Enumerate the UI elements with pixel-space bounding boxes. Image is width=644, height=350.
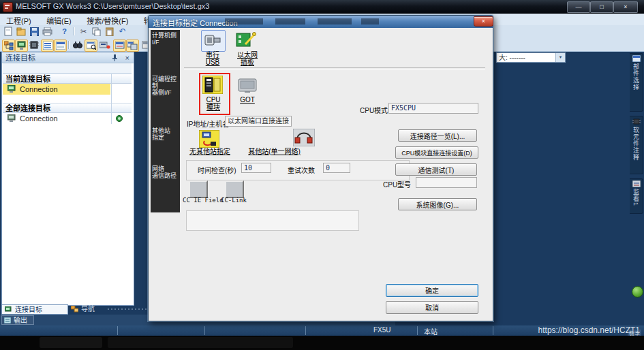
ethernet-board-icon	[236, 31, 256, 48]
got-item[interactable]	[238, 78, 257, 93]
project-tree-icon[interactable]	[2, 39, 15, 52]
save-icon[interactable]	[29, 26, 40, 37]
cancel-button[interactable]: 取消	[386, 301, 478, 314]
label-network-path: 网络通信路径	[152, 165, 179, 179]
dialog-title-bar: 连接目标指定 Connection ×	[149, 16, 493, 28]
retry-label: 重试次数	[288, 165, 315, 175]
paste-icon[interactable]	[104, 26, 115, 37]
panel-column-divider	[111, 74, 112, 124]
maximize-button[interactable]: □	[590, 1, 613, 13]
tab-label: 部件选择	[632, 63, 641, 91]
connection-row-label: Connection	[20, 113, 58, 124]
tab-watch-1[interactable]: 监看1	[630, 178, 643, 214]
panel-title-bar: 连接目标 ×	[2, 52, 134, 63]
ip-host-value: 以太网端口直接连接	[225, 116, 292, 127]
tab-output[interactable]: 输出	[1, 315, 34, 325]
cut-icon[interactable]: ✂	[78, 26, 89, 37]
pin-icon[interactable]	[112, 54, 117, 61]
green-indicator-icon[interactable]	[632, 286, 643, 298]
toolbar-separator	[68, 41, 69, 49]
no-other-station-label[interactable]: 无其他站指定	[183, 148, 237, 155]
open-project-icon[interactable]	[16, 26, 27, 37]
help-icon[interactable]: ?	[59, 26, 70, 37]
other-station-icon	[293, 129, 315, 146]
status-station: 本站	[424, 326, 438, 336]
no-other-station-icon	[199, 130, 219, 148]
label-plc-if: 可编程控制器侧I/F	[152, 76, 179, 96]
cpu-mode-value: FX5CPU	[388, 103, 478, 114]
titlebar-artifact	[318, 18, 352, 25]
path-preview-box	[186, 210, 359, 231]
other-station-label[interactable]: 其他站(单一网络)	[239, 148, 310, 155]
window-close-button[interactable]: ×	[613, 1, 638, 13]
got-label[interactable]: GOT	[233, 96, 262, 104]
other-station-item[interactable]	[293, 129, 315, 146]
toolbar-separator	[74, 27, 74, 35]
copy-icon[interactable]	[91, 26, 102, 37]
cpu-model-label: CPU型号	[383, 179, 411, 189]
tab-label: 连接目标	[15, 305, 42, 314]
print-icon[interactable]	[42, 26, 53, 37]
serial-usb-label[interactable]: 串行USB	[196, 51, 229, 66]
status-bar: FX5U 本站 https://blog.csdn.net/HCZT1 数字	[0, 325, 644, 336]
panel-toolbar-strip	[3, 63, 132, 74]
taskbar-item	[40, 337, 102, 348]
status-cpu-type: FX5U	[373, 326, 391, 334]
module-chip-icon[interactable]	[28, 39, 40, 50]
connection-destination-dialog: 连接目标指定 Connection × 计算机侧I/F 可编程控制器侧I/F 其…	[148, 15, 493, 321]
output-icon	[4, 317, 11, 323]
tab-device-comment[interactable]: 软元件注释	[630, 116, 643, 174]
connection-icon	[7, 85, 16, 93]
window-title: MELSOFT GX Works3 C:\Users\pmtuser\Deskt…	[16, 2, 209, 10]
serial-usb-icon	[203, 32, 222, 48]
device-batch-icon[interactable]	[126, 39, 139, 52]
ip-host-label: IP地址/主机名	[187, 118, 229, 129]
connection-path-list-button[interactable]: 连接路径一览(L)...	[398, 129, 477, 142]
device-find-icon[interactable]	[99, 39, 110, 50]
find-window-icon[interactable]	[85, 39, 97, 52]
new-project-icon[interactable]	[3, 26, 14, 37]
current-connection-row[interactable]: Connection	[3, 84, 132, 95]
dialog-close-button[interactable]: ×	[474, 16, 493, 27]
ethernet-board-item[interactable]	[236, 31, 259, 50]
no-other-station-item[interactable]	[199, 130, 219, 148]
retry-value[interactable]: 0	[323, 163, 350, 173]
serial-usb-item[interactable]	[201, 30, 226, 52]
ethernet-board-label[interactable]: 以太网插板	[232, 51, 263, 66]
label-other-station: 其他站指定	[152, 127, 179, 141]
time-check-value[interactable]: 10	[241, 163, 271, 173]
cc-ie-field-item[interactable]	[189, 180, 208, 198]
list-view-icon[interactable]	[41, 39, 54, 52]
connection-icon	[5, 306, 12, 313]
tab-connection-destination[interactable]: 连接目标	[1, 304, 68, 315]
all-connection-row[interactable]: Connection	[3, 113, 132, 124]
got-icon	[238, 78, 257, 93]
cpu-direct-connection-button[interactable]: CPU模块直接连接设置(D)	[395, 146, 478, 159]
combo-arrow-icon[interactable]: ▼	[555, 53, 565, 62]
connection-destination-panel: 连接目标 × 当前连接目标 Connection 全部连接目标 Connecti…	[1, 52, 134, 306]
ok-button[interactable]: 确定	[386, 284, 478, 297]
time-check-label: 时间检查(秒)	[198, 165, 236, 175]
system-image-button[interactable]: 系统图像(G)...	[398, 198, 477, 210]
device-monitor-icon[interactable]	[113, 39, 126, 52]
communication-test-button[interactable]: 通信测试(T)	[395, 163, 477, 176]
minimize-button[interactable]: —	[567, 1, 590, 13]
panel-close-icon[interactable]: ×	[125, 52, 129, 63]
find-binoculars-icon[interactable]	[72, 39, 83, 50]
zoom-combobox[interactable]: 大: ------- ▼	[496, 52, 566, 63]
taskbar-item	[108, 337, 293, 348]
tab-element-selection[interactable]: 部件选择	[630, 53, 643, 112]
zoom-combobox-value: 大: -------	[497, 54, 525, 61]
undo-icon[interactable]: ↶	[117, 26, 128, 37]
panel-title: 连接目标	[5, 54, 35, 62]
detail-view-icon[interactable]	[54, 39, 67, 52]
current-target-icon	[116, 115, 123, 122]
navigation-icon	[71, 306, 78, 313]
cpu-model-value	[416, 177, 477, 188]
connection-icon[interactable]	[15, 39, 28, 52]
cc-link-item[interactable]	[225, 180, 244, 198]
tab-navigation[interactable]: 导航	[70, 304, 105, 315]
taskbar-band	[0, 336, 644, 350]
titlebar-artifact	[361, 18, 379, 25]
titlebar-artifact	[225, 18, 263, 25]
